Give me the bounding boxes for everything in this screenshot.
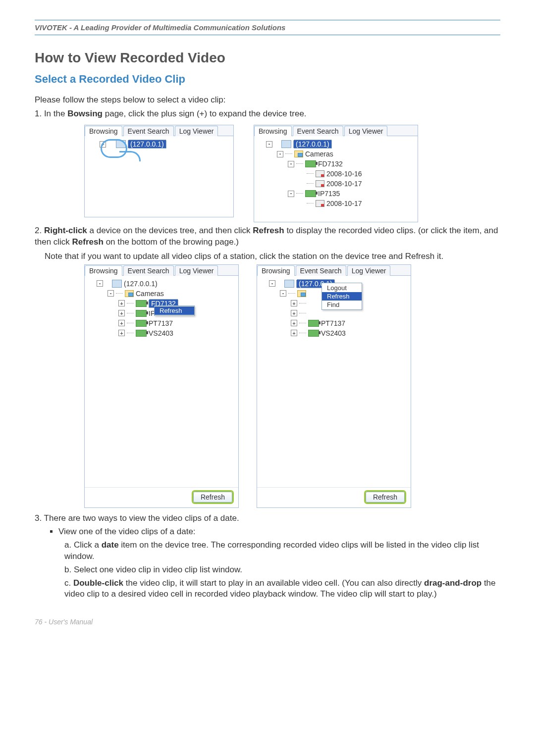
tree-panel-refresh-station: Browsing Event Search Log Viewer - (127.… [257,264,411,508]
camera-node-vs2403[interactable]: VS2403 [321,329,346,337]
camera-node-ip7135[interactable]: IP7135 [318,190,340,198]
date-icon [316,180,324,187]
page-footer: 76 - User's Manual [35,618,500,626]
tree-panel-expanded: Browsing Event Search Log Viewer - (127.… [254,125,418,222]
tab-log-viewer[interactable]: Log Viewer [347,265,391,276]
refresh-button[interactable]: Refresh [366,492,405,503]
camera-node-fd7132[interactable]: FD7132 [318,160,343,168]
camera-icon [136,310,147,317]
sub-b: b. Select one video clip in video clip l… [64,564,500,576]
collapse-icon[interactable]: - [107,290,114,297]
camera-icon [136,330,147,337]
date-node[interactable]: 2008-10-16 [326,170,362,178]
context-menu: Logout Refresh Find [321,283,362,310]
camera-icon [308,320,319,327]
expand-icon[interactable]: + [291,320,297,326]
cameras-folder[interactable]: Cameras [305,150,333,158]
cameras-folder[interactable]: Cameras [136,290,164,298]
expand-icon[interactable]: + [291,300,297,306]
step-2: 2. Right-click a device on the devices t… [35,225,500,248]
collapse-icon[interactable]: - [277,151,283,157]
tab-event-search[interactable]: Event Search [296,265,346,276]
tab-browsing[interactable]: Browsing [85,265,122,276]
page-title: How to View Recorded Video [35,50,500,66]
bullet-view-one: View one of the video clips of a date: [58,526,500,538]
collapse-icon[interactable]: - [280,290,286,297]
menu-refresh[interactable]: Refresh [322,292,362,301]
folder-icon [294,151,303,157]
folder-icon [297,290,306,297]
camera-icon [136,320,147,327]
tab-event-search[interactable]: Event Search [123,265,174,276]
context-menu: Refresh [154,305,195,316]
station-ip[interactable]: (127.0.0.1) [124,280,158,288]
expand-icon[interactable]: + [118,310,125,316]
server-icon [284,280,294,288]
menu-logout[interactable]: Logout [322,284,362,292]
camera-icon [136,300,147,307]
expand-icon[interactable]: + [100,141,106,148]
expand-icon[interactable]: + [118,300,125,306]
date-icon [316,170,324,177]
date-node[interactable]: 2008-10-17 [326,200,362,207]
server-icon [116,140,126,148]
step-1: 1. In the Bowsing page, click the plus s… [35,108,500,120]
tab-browsing[interactable]: Browsing [85,126,122,136]
menu-refresh[interactable]: Refresh [155,306,194,315]
server-icon [281,140,291,148]
section-title: Select a Recorded Video Clip [35,73,500,86]
camera-icon [305,160,316,167]
tab-log-viewer[interactable]: Log Viewer [175,126,218,136]
camera-icon [305,190,316,197]
collapse-icon[interactable]: - [266,141,272,148]
expand-icon[interactable]: + [118,320,125,326]
tab-event-search[interactable]: Event Search [293,126,343,136]
station-ip[interactable]: (127.0.0.1) [293,140,332,149]
collapse-icon[interactable]: - [288,161,294,167]
date-icon [316,200,324,207]
tab-event-search[interactable]: Event Search [123,126,174,136]
camera-icon [308,330,319,337]
collapse-icon[interactable]: - [97,280,103,287]
menu-find[interactable]: Find [322,301,362,309]
collapse-icon[interactable]: - [269,280,275,287]
date-node[interactable]: 2008-10-17 [326,180,362,188]
sub-c: c. Double-click the video clip, it will … [64,578,500,601]
station-ip[interactable]: (127.0.0.1) [128,140,166,149]
expand-icon[interactable]: + [118,330,125,336]
sub-a: a. Click a date item on the device tree.… [64,540,500,562]
expand-icon[interactable]: + [291,310,297,316]
collapse-icon[interactable]: - [288,191,294,197]
tab-log-viewer[interactable]: Log Viewer [344,126,388,136]
step-3: 3. There are two ways to view the video … [35,513,500,524]
document-header: VIVOTEK - A Leading Provider of Multimed… [35,23,500,32]
intro-text: Please follow the steps below to select … [35,95,500,105]
tab-browsing[interactable]: Browsing [257,265,295,276]
camera-node-vs2403[interactable]: VS2403 [149,329,173,337]
server-icon [112,280,122,288]
tab-browsing[interactable]: Browsing [254,126,292,136]
refresh-button[interactable]: Refresh [193,492,232,503]
camera-node-pt7137[interactable]: PT7137 [321,319,345,327]
tree-panel-refresh-device: Browsing Event Search Log Viewer - (127.… [84,264,239,508]
tab-log-viewer[interactable]: Log Viewer [175,265,218,276]
camera-node-pt7137[interactable]: PT7137 [149,319,173,327]
expand-icon[interactable]: + [291,330,297,336]
folder-icon [125,290,134,297]
tree-panel-collapsed: Browsing Event Search Log Viewer + (127.… [84,125,234,217]
note-text: Note that if you want to update all vide… [35,251,500,262]
